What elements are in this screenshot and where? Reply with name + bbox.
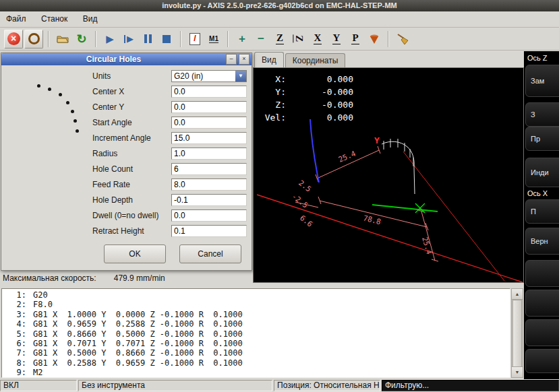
program-pause-button[interactable]: [139, 30, 156, 48]
panel-button-vern[interactable]: Верн: [525, 228, 559, 255]
start-angle-input[interactable]: [171, 117, 247, 129]
hole-depth-input[interactable]: [171, 194, 247, 206]
circular-holes-dialog: Circular Holes – × Units G20 (in) ▼ Cent…: [1, 53, 252, 271]
estop-button[interactable]: ×: [4, 30, 23, 48]
toolbar-separator: [388, 31, 389, 47]
view-y-button[interactable]: Y: [328, 30, 345, 48]
view-perspective-icon: P: [351, 33, 359, 44]
view-perspective-button[interactable]: P: [347, 30, 364, 48]
dim-label-small-pos: 2.5: [297, 178, 313, 193]
gcode-line[interactable]: 6:G81 X 0.7071 Y 0.7071 Z -0.1000 R 0.10…: [2, 339, 510, 348]
zoom-in-button[interactable]: +: [233, 30, 251, 48]
dwell-input[interactable]: [171, 209, 247, 222]
minimize-button[interactable]: –: [226, 54, 237, 65]
zoom-out-icon: −: [258, 32, 264, 46]
optional-pause-button[interactable]: M1: [205, 30, 223, 48]
menu-machine[interactable]: Станок: [35, 11, 73, 27]
units-value: G20 (in): [174, 71, 203, 81]
gcode-listing[interactable]: 1:G20 2:F8.0 3:G81 X 1.0000 Y 0.0000 Z -…: [1, 288, 510, 378]
field-label-radius: Radius: [92, 149, 117, 158]
gcode-line[interactable]: 3:G81 X 1.0000 Y 0.0000 Z -0.1000 R 0.10…: [2, 310, 510, 319]
view-z-icon: Z: [276, 33, 284, 44]
scrollbar-thumb[interactable]: [512, 300, 522, 368]
toolbar-separator: [227, 31, 229, 47]
clear-plot-button[interactable]: [394, 30, 411, 48]
hole-dot: [66, 101, 69, 104]
max-velocity-value: 479.9 mm/min: [114, 273, 165, 283]
dialog-title: Circular Holes: [1, 55, 226, 64]
program-stop-button[interactable]: [158, 30, 175, 48]
dimension-annotations: [295, 146, 438, 261]
machine-power-button[interactable]: [24, 30, 43, 48]
gcode-line[interactable]: 5:G81 X 0.8660 Y 0.5000 Z -0.1000 R 0.10…: [2, 329, 510, 339]
gcode-line[interactable]: 1:G20: [2, 290, 510, 300]
axis-z-label: Ось Z: [527, 54, 548, 62]
broom-icon: [396, 33, 409, 45]
hole-count-input[interactable]: [171, 163, 247, 175]
view-x-icon: X: [314, 33, 322, 44]
center-y-input[interactable]: [171, 101, 247, 113]
gcode-line[interactable]: 9:M2: [2, 368, 510, 377]
units-select[interactable]: G20 (in) ▼: [171, 70, 247, 82]
radius-input[interactable]: [171, 148, 247, 160]
gcode-line[interactable]: 4:G81 X 0.9659 Y 0.2588 Z -0.1000 R 0.10…: [2, 319, 510, 329]
machine-extents-lines: [257, 152, 523, 282]
chevron-down-icon: ▼: [235, 71, 246, 81]
view-z-button[interactable]: Z: [271, 30, 289, 48]
tab-preview[interactable]: Вид: [254, 52, 284, 67]
retract-height-input[interactable]: [171, 225, 247, 237]
gcode-scrollbar[interactable]: ▲ ▼: [511, 288, 523, 378]
hole-dot: [59, 93, 62, 96]
gcode-line[interactable]: 7:G81 X 0.5000 Y 0.8660 Z -0.1000 R 0.10…: [2, 348, 510, 358]
toolpath-lines: [382, 139, 415, 194]
panel-button[interactable]: [525, 290, 559, 317]
close-button[interactable]: ×: [239, 54, 249, 65]
menu-file[interactable]: Файл: [0, 11, 32, 27]
panel-button-p[interactable]: П: [525, 199, 559, 224]
power-icon: [28, 33, 40, 44]
stop-icon: [163, 35, 171, 43]
panel-button-pr[interactable]: Пр: [525, 127, 559, 151]
skip-lines-button[interactable]: /: [186, 30, 204, 48]
ok-button[interactable]: OK: [104, 244, 166, 263]
scroll-up-icon[interactable]: ▲: [512, 289, 523, 300]
panel-button[interactable]: [525, 260, 559, 287]
field-label-increment-angle: Increment Angle: [92, 133, 151, 143]
panel-button-zam[interactable]: Зам: [525, 65, 559, 97]
panel-button[interactable]: [525, 349, 559, 373]
z-axis-line: [310, 119, 319, 183]
center-x-input[interactable]: [171, 86, 247, 98]
program-run-button[interactable]: ▶: [101, 30, 119, 48]
increment-angle-input[interactable]: [171, 132, 247, 144]
gcode-line[interactable]: 2:F8.0: [2, 300, 510, 309]
cancel-button[interactable]: Cancel: [179, 244, 241, 263]
dim-label-left: 6.6: [298, 214, 314, 228]
program-step-button[interactable]: ▶: [120, 30, 138, 48]
menu-view[interactable]: Вид: [77, 11, 104, 27]
panel-button-indi[interactable]: Инди: [525, 158, 559, 187]
toolpath-toggle-button[interactable]: [365, 30, 383, 48]
hole-dot: [71, 110, 74, 113]
hole-dot: [37, 84, 40, 88]
panel-button[interactable]: [525, 319, 559, 346]
view-x-button[interactable]: X: [309, 30, 326, 48]
view-z-rotated-button[interactable]: Z: [290, 30, 307, 48]
zoom-in-icon: +: [239, 32, 245, 46]
axis-window: involute.py - AXIS 2.5.0-pre2-626-g402b6…: [0, 0, 559, 392]
reload-button[interactable]: ↻: [73, 30, 90, 48]
open-file-button[interactable]: [54, 30, 71, 48]
window-titlebar[interactable]: involute.py - AXIS 2.5.0-pre2-626-g402b6…: [0, 0, 559, 11]
panel-button-z[interactable]: З: [525, 102, 559, 127]
gcode-line[interactable]: 8:G81 X 0.2588 Y 0.9659 Z -0.1000 R 0.10…: [2, 358, 510, 368]
scroll-down-icon[interactable]: ▼: [512, 366, 523, 377]
dialog-titlebar[interactable]: Circular Holes – ×: [1, 53, 252, 65]
zoom-out-button[interactable]: −: [252, 30, 270, 48]
max-velocity-bar: Максимальная скорость:479.9 mm/min: [0, 271, 253, 284]
max-velocity-label: Максимальная скорость:: [3, 273, 96, 283]
feed-rate-input[interactable]: [171, 178, 247, 191]
view-y-icon: Y: [332, 33, 341, 44]
x-axis-line: [372, 205, 438, 211]
dim-label-right: 25.4: [420, 236, 434, 255]
tab-dro[interactable]: Координаты: [285, 53, 346, 67]
preview-canvas[interactable]: 25.4 78.8 6.6 2.5 -2.5 25.4 Y: [253, 67, 524, 283]
